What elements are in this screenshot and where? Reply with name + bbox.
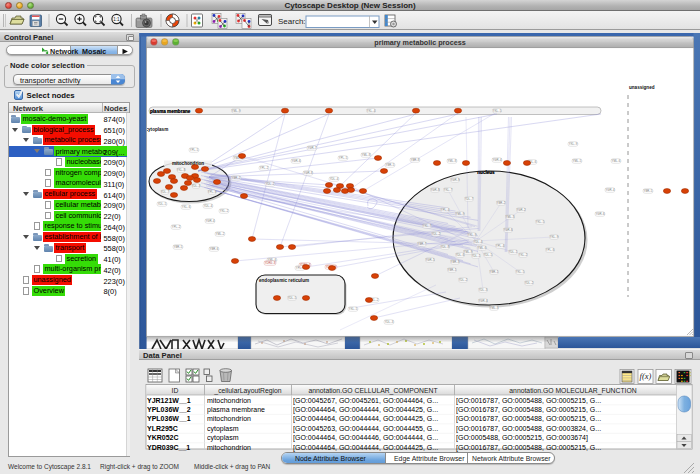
svg-text:YML..5: YML..5 [573,159,582,163]
svg-text:YML..3: YML..3 [506,215,515,219]
svg-text:YKL..9: YKL..9 [569,142,578,146]
svg-text:YKL..4: YKL..4 [367,109,376,113]
svg-text:YGR..6: YGR..6 [291,159,301,163]
svg-text:YGR..5: YGR..5 [425,258,435,262]
svg-text:YBR..8: YBR..8 [411,158,420,162]
svg-text:YGR..8: YGR..8 [303,171,313,175]
svg-text:YDL..1: YDL..1 [472,254,481,258]
svg-text:YKL..7: YKL..7 [444,188,453,192]
svg-text:_cellularLayoutRegion: _cellularLayoutRegion [213,387,281,395]
svg-text:YKL..9: YKL..9 [550,235,559,239]
svg-text:YML..8: YML..8 [362,153,371,157]
svg-text:YDL..4: YDL..4 [204,204,213,208]
svg-text:annotation.GO CELLULAR_COMPONE: annotation.GO CELLULAR_COMPONENT [308,387,437,395]
svg-text:f(x): f(x) [640,371,652,381]
svg-text:YGR..4: YGR..4 [205,219,215,223]
svg-text:YGR..4: YGR..4 [478,299,488,303]
svg-text:YDL..7: YDL..7 [465,197,474,201]
svg-text:YPL..6: YPL..6 [546,248,555,252]
svg-text:YDL..6: YDL..6 [456,253,465,257]
svg-text:YGR..9: YGR..9 [450,178,460,182]
svg-text:YML..6: YML..6 [612,159,621,163]
svg-text:YGR..7: YGR..7 [307,146,317,150]
svg-text:YPL..4: YPL..4 [496,244,505,248]
svg-text:annotation.GO MOLECULAR_FUNCTI: annotation.GO MOLECULAR_FUNCTION [509,387,636,395]
svg-text:primary metabolic process: primary metabolic process [374,38,465,47]
svg-text:YDL..8: YDL..8 [441,245,450,249]
svg-text:YKL..9: YKL..9 [468,233,477,237]
svg-text:plasma membrane: plasma membrane [150,109,191,114]
svg-text:YPL..2: YPL..2 [172,225,181,229]
svg-text:YKL..2: YKL..2 [220,209,229,213]
svg-text:YDL..4: YDL..4 [474,240,483,244]
svg-text:YGR..6: YGR..6 [595,212,605,216]
svg-text:YPL..5: YPL..5 [190,148,199,152]
svg-text:YGR..6: YGR..6 [503,228,513,232]
svg-text:YPL..2: YPL..2 [260,166,269,170]
svg-text:YDL..3: YDL..3 [192,184,201,188]
svg-text:YBR..1: YBR..1 [448,268,457,272]
svg-text:YBR..5: YBR..5 [386,163,395,167]
svg-text:YKL..8: YKL..8 [177,168,186,172]
svg-text:endoplasmic reticulum: endoplasmic reticulum [259,278,309,283]
svg-text:YGR..4: YGR..4 [492,158,502,162]
svg-text:YBR..2: YBR..2 [232,176,241,180]
svg-text:YKL..5: YKL..5 [349,307,358,311]
svg-text:YBR..2: YBR..2 [497,201,506,205]
svg-text:YDL..2: YDL..2 [266,182,275,186]
svg-text:YML..9: YML..9 [456,212,465,216]
svg-text:YDR0..3: YDR0..3 [265,261,276,265]
svg-text:YML..9: YML..9 [232,109,241,113]
svg-text:ID: ID [172,387,179,394]
svg-text:YDL..2: YDL..2 [432,232,441,236]
svg-text:YDL..3: YDL..3 [479,288,488,292]
svg-text:Search:: Search: [278,17,306,26]
svg-text:YBR..5: YBR..5 [644,189,653,193]
svg-text:unassigned: unassigned [629,85,655,90]
svg-text:YKL..5: YKL..5 [493,109,502,113]
svg-text:nucleus: nucleus [477,170,495,175]
svg-text:YDL..1: YDL..1 [509,250,518,254]
svg-text:YGR..2: YGR..2 [516,208,526,212]
svg-text:cytoplasm: cytoplasm [146,127,169,132]
svg-text:YDL..2: YDL..2 [525,281,534,285]
svg-text:YDL..5: YDL..5 [288,296,297,300]
svg-text:YDL..4: YDL..4 [330,177,339,181]
svg-text:YGR..8: YGR..8 [430,188,440,192]
svg-text:YDL..5: YDL..5 [484,253,493,257]
svg-text:YPL..5: YPL..5 [339,156,348,160]
svg-text:YML..3: YML..3 [490,306,499,310]
svg-text:YKL..6: YKL..6 [182,205,191,209]
svg-text:YDL..5: YDL..5 [158,202,167,206]
svg-text:YBR..6: YBR..6 [210,247,219,251]
svg-text:YKL..5: YKL..5 [516,270,525,274]
svg-text:YGR..4: YGR..4 [605,188,615,192]
svg-text:YPL..9: YPL..9 [208,190,217,194]
svg-text:YKL..7: YKL..7 [423,224,432,228]
svg-text:YKL..2: YKL..2 [519,253,528,257]
svg-text:YML..6: YML..6 [478,246,487,250]
svg-text:YBR..1: YBR..1 [490,270,499,274]
svg-text:YKL..5: YKL..5 [536,220,545,224]
svg-text:mitochondrion: mitochondrion [172,161,204,166]
svg-text:YBR..3: YBR..3 [451,260,460,264]
svg-text:YDL..2: YDL..2 [459,278,468,282]
svg-text:YPL..4: YPL..4 [441,208,450,212]
svg-text:YML..8: YML..8 [448,159,457,163]
svg-text:YDL..7: YDL..7 [161,190,170,194]
svg-text:YBR..7: YBR..7 [418,242,427,246]
svg-text:YDL..3: YDL..3 [385,320,394,324]
svg-text:YBR..5: YBR..5 [174,245,183,249]
svg-text:YML..2: YML..2 [216,232,225,236]
